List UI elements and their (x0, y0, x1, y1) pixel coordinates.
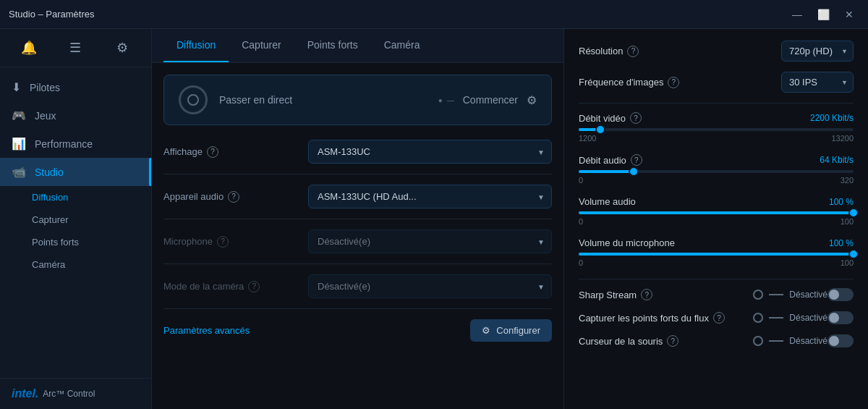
sidebar-label-studio: Studio (35, 166, 64, 178)
sidebar-item-capturer[interactable]: Capturer (0, 208, 151, 231)
volume-audio-fill (579, 211, 854, 214)
titlebar: Studio – Paramètres — ⬜ ✕ (0, 0, 868, 29)
debit-video-track[interactable] (579, 128, 854, 131)
debit-audio-slider: Débit audio ? 64 Kbit/s 0 320 (579, 154, 854, 185)
debit-audio-value: 64 Kbit/s (820, 155, 854, 165)
sharp-stream-toggle[interactable] (827, 288, 854, 301)
debit-video-help-icon[interactable]: ? (630, 112, 642, 124)
affichage-row: Affichage ? ASM-133UC ▼ (163, 140, 552, 174)
titlebar-title: Studio – Paramètres (9, 9, 95, 20)
bell-icon-button[interactable]: 🔔 (17, 36, 41, 59)
app-name: Arc™ Control (43, 389, 95, 399)
frequence-help-icon[interactable]: ? (668, 77, 679, 88)
sharp-stream-status: Désactivé (789, 290, 827, 300)
menu-icon-button[interactable]: ☰ (64, 36, 87, 59)
affichage-help-icon[interactable]: ? (207, 146, 218, 158)
tab-capturer[interactable]: Capturer (229, 29, 294, 62)
mode-camera-row: Mode de la caméra ? Désactivé(e) ▼ (163, 274, 552, 309)
broadcast-panel: Passer en direct ● — Commencer ⚙ Afficha… (152, 63, 563, 409)
tab-points-forts[interactable]: Points forts (294, 29, 371, 62)
sidebar-footer: intel. Arc™ Control (0, 378, 151, 409)
sidebar-label-pilotes: Pilotes (30, 82, 60, 93)
sidebar-item-diffusion[interactable]: Diffusion (0, 186, 151, 208)
sidebar-sublabel-diffusion: Diffusion (32, 192, 68, 203)
sharp-stream-help-icon[interactable]: ? (641, 289, 652, 300)
capturer-points-label: Capturer les points forts du flux ? (579, 312, 753, 324)
mode-camera-control: Désactivé(e) ▼ (308, 274, 552, 298)
sidebar-item-jeux[interactable]: 🎮 Jeux (0, 101, 151, 130)
appareil-audio-control: ASM-133UC (HD Aud... ▼ (308, 185, 552, 208)
frequence-label: Fréquence d'images ? (579, 77, 781, 88)
microphone-help-icon[interactable]: ? (217, 236, 229, 248)
sidebar-item-points-forts[interactable]: Points forts (0, 231, 151, 253)
affichage-select[interactable]: ASM-133UC (308, 140, 552, 164)
appareil-audio-select[interactable]: ASM-133UC (HD Aud... (308, 185, 552, 208)
mode-camera-select[interactable]: Désactivé(e) (308, 274, 552, 298)
sidebar-item-studio[interactable]: 📹 Studio (0, 158, 151, 186)
affichage-control: ASM-133UC ▼ (308, 140, 552, 164)
volume-audio-value: 100 % (829, 197, 854, 207)
resolution-help-icon[interactable]: ? (627, 46, 639, 57)
live-settings-gear-button[interactable]: ⚙ (527, 93, 537, 107)
camera-icon: 📹 (12, 165, 26, 179)
minimize-button[interactable]: — (787, 4, 807, 25)
tab-bar: Diffusion Capturer Points forts Caméra (152, 29, 563, 63)
debit-video-thumb[interactable] (595, 125, 605, 135)
volume-audio-slider: Volume audio 100 % 0 100 (579, 196, 854, 226)
debit-video-slider: Débit vidéo ? 2200 Kbit/s 1200 13200 (579, 112, 854, 143)
microphone-select[interactable]: Désactivé(e) (308, 229, 552, 253)
capturer-points-toggle[interactable] (827, 311, 854, 324)
volume-micro-track[interactable] (579, 253, 854, 256)
volume-micro-thumb[interactable] (848, 249, 859, 259)
download-icon: ⬇ (12, 80, 21, 94)
debit-video-label: Débit vidéo ? (579, 112, 810, 124)
tab-diffusion[interactable]: Diffusion (163, 29, 229, 62)
volume-micro-value: 100 % (829, 238, 854, 248)
resolution-select[interactable]: 720p (HD) (781, 41, 854, 62)
mode-camera-help-icon[interactable]: ? (248, 281, 260, 292)
sidebar-item-performance[interactable]: 📊 Performance (0, 130, 151, 158)
sharp-stream-row: Sharp Stream ? Désactivé (579, 288, 854, 301)
volume-audio-thumb[interactable] (848, 208, 859, 218)
chart-icon: 📊 (12, 137, 26, 151)
curseur-souris-toggle[interactable] (827, 334, 854, 347)
sidebar-label-jeux: Jeux (35, 110, 56, 122)
sharp-stream-toggle-dot (753, 290, 763, 300)
capturer-points-help-icon[interactable]: ? (713, 312, 725, 324)
frequence-row: Fréquence d'images ? 30 IPS (579, 72, 854, 93)
commencer-label: Commencer (463, 94, 518, 106)
volume-audio-label: Volume audio (579, 196, 829, 207)
advanced-link[interactable]: Paramètres avancés (163, 325, 250, 336)
resolution-select-wrap: 720p (HD) (781, 41, 854, 62)
microphone-control: Désactivé(e) ▼ (308, 229, 552, 253)
debit-audio-label: Débit audio ? (579, 154, 820, 166)
frequence-select[interactable]: 30 IPS (781, 72, 854, 93)
tab-camera[interactable]: Caméra (371, 29, 433, 62)
microphone-label: Microphone ? (163, 236, 308, 248)
debit-audio-thumb[interactable] (629, 166, 639, 177)
maximize-button[interactable]: ⬜ (813, 4, 833, 25)
curseur-souris-toggle-dot (753, 336, 763, 346)
volume-audio-range: 0 100 (579, 217, 854, 226)
settings-icon-button[interactable]: ⚙ (111, 36, 134, 59)
sidebar-item-pilotes[interactable]: ⬇ Pilotes (0, 73, 151, 101)
debit-audio-track[interactable] (579, 170, 854, 173)
curseur-souris-help-icon[interactable]: ? (667, 335, 678, 347)
capturer-points-toggle-dot (753, 313, 763, 323)
go-live-start-section: ● — Commencer ⚙ (438, 93, 537, 107)
go-live-text: Passer en direct (219, 94, 427, 106)
sidebar-sublabel-camera: Caméra (32, 259, 65, 270)
divider-2 (579, 279, 854, 279)
sharp-stream-toggle-wrap: Désactivé (753, 290, 827, 300)
sidebar-item-camera[interactable]: Caméra (0, 253, 151, 276)
debit-audio-help-icon[interactable]: ? (631, 154, 642, 166)
appareil-audio-help-icon[interactable]: ? (228, 191, 239, 203)
appareil-audio-label: Appareil audio ? (163, 191, 308, 203)
volume-audio-track[interactable] (579, 211, 854, 214)
frequence-select-wrap: 30 IPS (781, 72, 854, 93)
debit-video-value: 2200 Kbit/s (810, 113, 854, 123)
sharp-stream-toggle-line (769, 294, 783, 295)
curseur-souris-row: Curseur de la souris ? Désactivé (579, 334, 854, 347)
close-button[interactable]: ✕ (839, 4, 859, 25)
configure-button[interactable]: ⚙ Configurer (470, 319, 552, 342)
